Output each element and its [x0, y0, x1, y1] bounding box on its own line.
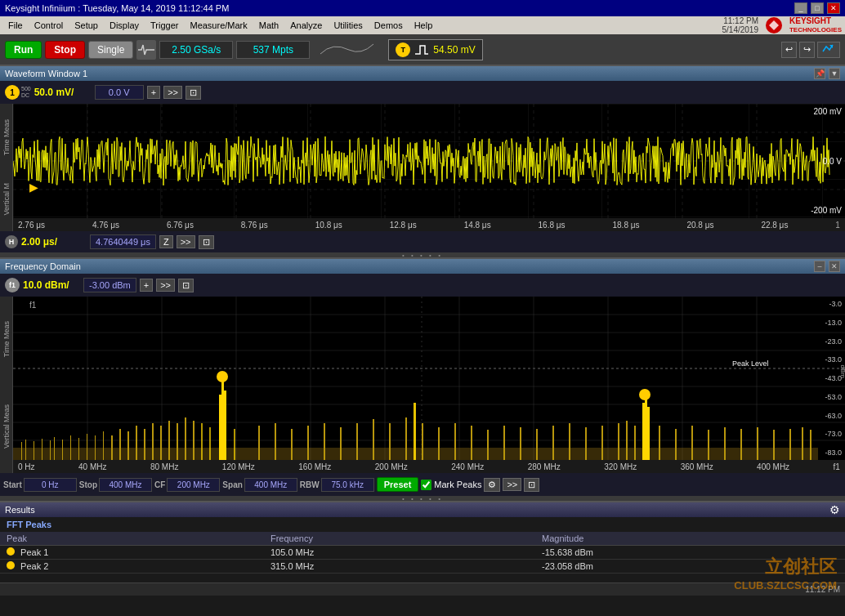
- menu-utilities[interactable]: Utilities: [329, 19, 367, 32]
- svg-rect-90: [585, 427, 587, 460]
- stop-value[interactable]: 400 MHz: [99, 478, 152, 492]
- freq-zoom-button[interactable]: ⊡: [178, 279, 194, 292]
- redo-button[interactable]: ↪: [799, 42, 815, 58]
- stop-button[interactable]: Stop: [45, 41, 85, 59]
- status-time: 11:12 PM: [805, 585, 840, 594]
- close-button[interactable]: ✕: [827, 2, 840, 14]
- channel-scale[interactable]: 50.0 mV/: [34, 87, 92, 98]
- freq-add-button[interactable]: +: [140, 279, 153, 292]
- menu-help[interactable]: Help: [409, 19, 438, 32]
- freq-scale[interactable]: 10.0 dBm/: [23, 279, 80, 291]
- timebase-fit-button[interactable]: ⊡: [199, 235, 214, 249]
- freq-y-8: -83.0: [825, 449, 842, 457]
- rbw-value[interactable]: 75.0 kHz: [321, 478, 374, 492]
- x-label-0: 2.76 μs: [18, 221, 45, 230]
- x-axis-labels: 2.76 μs 4.76 μs 6.76 μs 8.76 μs 10.8 μs …: [13, 218, 845, 231]
- trigger-icon: T: [396, 42, 410, 57]
- svg-rect-41: [209, 427, 211, 460]
- menu-analyze[interactable]: Analyze: [285, 19, 327, 32]
- auto-scale-button[interactable]: [817, 42, 840, 58]
- stop-label: Stop: [79, 480, 97, 489]
- channel-more-button[interactable]: >>: [163, 86, 182, 99]
- freq-display: Peak Level -3.0 -13.0 -23.0 -33.0 -43.0 …: [13, 297, 845, 460]
- trigger-level-value: 54.50 mV: [433, 44, 475, 56]
- freq-x-7: 280 MHz: [528, 462, 561, 471]
- freq-window-close[interactable]: ✕: [829, 261, 840, 272]
- app-title: Keysight Infiniium : Tuesday, May 14, 20…: [5, 3, 229, 13]
- svg-rect-79: [405, 417, 407, 460]
- freq-domain-titlebar: Frequency Domain – ✕: [0, 259, 845, 274]
- mark-peaks-ctrl[interactable]: Mark Peaks: [421, 480, 481, 490]
- svg-rect-83: [471, 426, 472, 460]
- results-table: Peak Frequency Magnitude Peak 1 105.0 MH…: [0, 532, 845, 574]
- menu-file[interactable]: File: [3, 19, 28, 32]
- freq-more-ctrl[interactable]: >>: [503, 478, 521, 491]
- freq-menu-button[interactable]: ⚙: [484, 478, 500, 492]
- svg-rect-76: [356, 423, 358, 460]
- svg-rect-95: [659, 426, 660, 460]
- freq-span-ctrl: Span 400 MHz: [222, 478, 297, 492]
- trigger-arrow: ▶: [29, 181, 38, 194]
- menu-measure-mark[interactable]: Measure/Mark: [185, 19, 252, 32]
- freq-channel-controls: f1 10.0 dBm/ -3.00 dBm + >> ⊡: [0, 274, 845, 297]
- cf-value[interactable]: 200 MHz: [167, 478, 220, 492]
- svg-rect-104: [802, 427, 803, 460]
- horizontal-icon: H: [5, 235, 18, 248]
- freq-ref[interactable]: -3.00 dBm: [83, 278, 136, 292]
- undo-button[interactable]: ↩: [781, 42, 797, 58]
- x-label-2: 6.76 μs: [167, 221, 194, 230]
- waveform-window-menu[interactable]: ▼: [829, 68, 840, 79]
- svg-rect-84: [487, 430, 489, 460]
- minimize-button[interactable]: _: [794, 2, 807, 14]
- timebase-more-button[interactable]: >>: [177, 235, 195, 248]
- freq-fit-button[interactable]: ⊡: [524, 478, 539, 492]
- svg-rect-45: [34, 441, 34, 460]
- svg-rect-96: [675, 429, 677, 460]
- preset-button[interactable]: Preset: [377, 477, 419, 492]
- timebase-position[interactable]: 4.7640449 μs: [90, 234, 156, 249]
- channel-add-button[interactable]: +: [147, 86, 160, 99]
- timebase-zoom-button[interactable]: Z: [159, 235, 173, 248]
- svg-rect-58: [136, 426, 137, 460]
- maximize-button[interactable]: □: [811, 2, 824, 14]
- menu-control[interactable]: Control: [29, 19, 68, 32]
- span-value[interactable]: 400 MHz: [244, 478, 297, 492]
- ch1-signal: [13, 104, 845, 218]
- freq-vertical-meas-label: Vertical Meas: [2, 404, 11, 449]
- channel-offset[interactable]: 0.0 V: [95, 85, 144, 100]
- menu-trigger[interactable]: Trigger: [145, 19, 183, 32]
- freq-display-area: Time Meas Vertical Meas: [0, 297, 845, 473]
- freq-more-button[interactable]: >>: [156, 279, 175, 292]
- mark-peaks-checkbox[interactable]: [421, 480, 431, 490]
- results-settings-icon[interactable]: ⚙: [829, 503, 840, 516]
- menu-math[interactable]: Math: [254, 19, 284, 32]
- freq-x-6: 240 MHz: [451, 462, 484, 471]
- freq-f1-label: f1: [29, 301, 36, 310]
- pin-button[interactable]: 📌: [814, 68, 825, 79]
- svg-rect-69: [647, 407, 650, 460]
- menu-setup[interactable]: Setup: [69, 19, 103, 32]
- channel-zoom-button[interactable]: ⊡: [186, 86, 201, 100]
- menu-demos[interactable]: Demos: [369, 19, 408, 32]
- freq-x-1: 40 MHz: [78, 462, 106, 471]
- freq-x-2: 80 MHz: [150, 462, 178, 471]
- timebase-scale[interactable]: 2.00 μs/: [21, 236, 87, 248]
- single-button[interactable]: Single: [88, 41, 133, 59]
- run-button[interactable]: Run: [5, 41, 42, 59]
- start-value[interactable]: 0 Hz: [24, 478, 77, 492]
- svg-rect-101: [757, 427, 758, 460]
- x-label-10: 22.8 μs: [761, 221, 788, 230]
- freq-y-axis-labels: -3.0 -13.0 -23.0 -33.0 -43.0 -53.0 -63.0…: [825, 297, 842, 460]
- freq-controls-bar: Start 0 Hz Stop 400 MHz CF 200 MHz Span …: [0, 473, 845, 496]
- y-label-bot: -200 mV: [811, 206, 842, 215]
- svg-rect-68: [645, 399, 647, 460]
- freq-y-1: -13.0: [825, 319, 842, 327]
- freq-x-0: 0 Hz: [18, 462, 35, 471]
- svg-rect-38: [221, 378, 224, 460]
- waveform-icon: [136, 40, 156, 60]
- menu-display[interactable]: Display: [105, 19, 144, 32]
- freq-pin-button[interactable]: –: [814, 261, 825, 272]
- freq-x-9: 360 MHz: [681, 462, 713, 471]
- table-row: Peak 2 315.0 MHz -23.058 dBm: [0, 560, 845, 574]
- svg-rect-59: [144, 429, 145, 460]
